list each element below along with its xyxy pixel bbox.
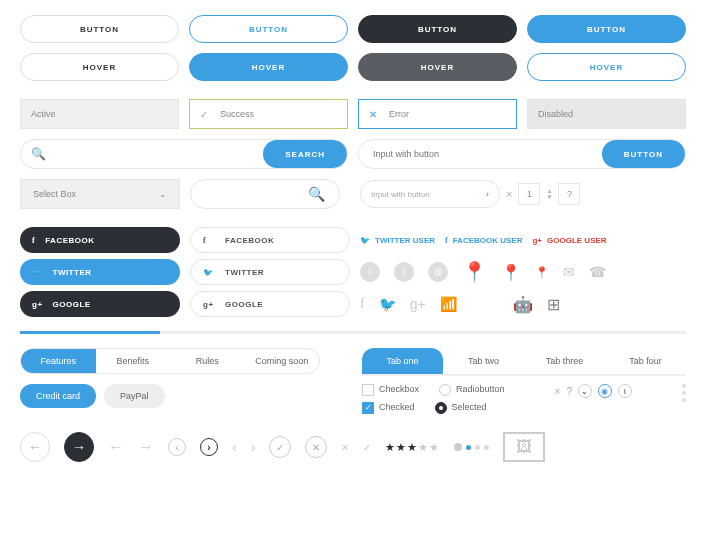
pin-small-icon[interactable]: 📍 xyxy=(535,266,549,279)
button-hover-blue[interactable]: HOVER xyxy=(189,53,348,81)
windows-icon[interactable]: ⊞ xyxy=(547,295,560,314)
google-button-outline[interactable]: g+GOOGLE xyxy=(190,291,350,317)
help-icon[interactable]: ? xyxy=(566,386,572,397)
mail-circle-icon[interactable]: @ xyxy=(428,262,448,282)
button-default[interactable]: BUTTON xyxy=(20,15,179,43)
twitter-button-blue[interactable]: 🐦TWITTER xyxy=(20,259,180,285)
arrow-left-icon[interactable]: ← xyxy=(108,438,124,456)
close-icon[interactable]: × xyxy=(506,188,512,200)
rss-icon[interactable]: 📶 xyxy=(440,296,457,312)
prev-button[interactable]: ← xyxy=(20,432,50,462)
facebook-user-link[interactable]: fFACEBOOK USER xyxy=(445,236,522,245)
chip-paypal[interactable]: PayPal xyxy=(104,384,165,408)
x-circle-icon[interactable]: ✕ xyxy=(305,436,327,458)
image-placeholder-icon: 🖼 xyxy=(503,432,545,462)
tab-rules[interactable]: Rules xyxy=(170,349,245,373)
info-icon[interactable]: i xyxy=(618,384,632,398)
x-icon: ✕ xyxy=(369,109,381,120)
input-disabled: Disabled xyxy=(527,99,686,129)
stepper-down-icon[interactable]: ▼ xyxy=(546,194,552,200)
input-button[interactable]: BUTTON xyxy=(602,140,685,168)
radio-unselected[interactable]: Radiobutton xyxy=(439,384,505,396)
help-box[interactable]: ? xyxy=(558,183,580,205)
check-small-icon[interactable]: ✓ xyxy=(363,442,371,453)
main-tabs: Tab one Tab two Tab three Tab four xyxy=(362,348,686,376)
chevron-down-icon: ⌄ xyxy=(159,189,167,199)
android-icon[interactable]: 🤖 xyxy=(513,295,533,314)
tab-four[interactable]: Tab four xyxy=(605,348,686,374)
phone-icon[interactable]: ☎ xyxy=(589,264,606,280)
search-group: 🔍 SEARCH xyxy=(20,139,348,169)
x-small-icon[interactable]: ✕ xyxy=(341,442,349,453)
next-button[interactable]: → xyxy=(64,432,94,462)
facebook-icon: f xyxy=(32,236,35,245)
twitter-button-outline[interactable]: 🐦TWITTER xyxy=(190,259,350,285)
qty-box[interactable]: 1 xyxy=(518,183,540,205)
pin-blue-icon[interactable]: 📍 xyxy=(501,263,521,282)
tab-three[interactable]: Tab three xyxy=(524,348,605,374)
pagination-dots[interactable] xyxy=(454,443,489,451)
star-rating[interactable]: ★★★★★ xyxy=(385,441,440,454)
tab-features[interactable]: Features xyxy=(21,349,96,373)
input-button-group: BUTTON xyxy=(358,139,686,169)
tab-benefits[interactable]: Benefits xyxy=(96,349,171,373)
tab-two[interactable]: Tab two xyxy=(443,348,524,374)
facebook-button-outline[interactable]: fFACEBOOK xyxy=(190,227,350,253)
button-dark[interactable]: BUTTON xyxy=(358,15,517,43)
google-plus-icon: g+ xyxy=(532,236,542,245)
checkbox-unchecked[interactable]: Checkbox xyxy=(362,384,419,396)
facebook-button-dark[interactable]: fFACEBOOK xyxy=(20,227,180,253)
chevron-down-ring-icon[interactable]: ⌄ xyxy=(578,384,592,398)
chip-credit-card[interactable]: Credit card xyxy=(20,384,96,408)
chevron-right-circle[interactable]: › xyxy=(200,438,218,456)
check-icon: ✓ xyxy=(200,109,212,120)
twitter-icon: 🐦 xyxy=(32,268,43,277)
search-icon: 🔍 xyxy=(21,147,56,161)
more-icon[interactable] xyxy=(682,384,686,402)
tab-coming-soon[interactable]: Coming soon xyxy=(245,349,320,373)
google-plus-icon[interactable]: g+ xyxy=(410,296,426,312)
facebook-icon[interactable]: f xyxy=(360,296,365,312)
search-icon: 🔍 xyxy=(308,186,325,202)
twitter-icon: 🐦 xyxy=(360,236,370,245)
chevron-right-icon: › xyxy=(486,190,489,199)
google-button-dark[interactable]: g+GOOGLE xyxy=(20,291,180,317)
google-plus-icon: g+ xyxy=(203,300,215,309)
arrow-right-icon[interactable]: → xyxy=(138,438,154,456)
select-box[interactable]: Select Box⌄ xyxy=(20,179,180,209)
twitter-icon: 🐦 xyxy=(203,268,215,277)
twitter-circle-icon[interactable]: t xyxy=(394,262,414,282)
checkbox-checked[interactable]: ✓Checked xyxy=(362,402,415,414)
chevron-left-icon[interactable]: ‹ xyxy=(232,439,237,455)
google-plus-icon: g+ xyxy=(32,300,43,309)
button-blue[interactable]: BUTTON xyxy=(527,15,686,43)
input-with-button[interactable] xyxy=(359,149,602,159)
mini-input[interactable]: Input with button› xyxy=(360,180,500,208)
radio-selected[interactable]: Selected xyxy=(435,402,487,414)
button-hover-outline[interactable]: HOVER xyxy=(527,53,686,81)
button-hover-gray[interactable]: HOVER xyxy=(358,53,517,81)
chevron-left-circle[interactable]: ‹ xyxy=(168,438,186,456)
search-button[interactable]: SEARCH xyxy=(263,140,347,168)
facebook-circle-icon[interactable]: f xyxy=(360,262,380,282)
input-error[interactable]: ✕Error xyxy=(358,99,517,129)
twitter-icon[interactable]: 🐦 xyxy=(379,296,396,312)
button-outline-blue[interactable]: BUTTON xyxy=(189,15,348,43)
button-hover-default[interactable]: HOVER xyxy=(20,53,179,81)
progress-bar xyxy=(20,331,686,334)
close-icon[interactable]: × xyxy=(555,386,561,397)
tab-one[interactable]: Tab one xyxy=(362,348,443,374)
facebook-icon: f xyxy=(203,236,215,245)
mail-icon[interactable]: ✉ xyxy=(563,264,575,280)
target-icon[interactable]: ◉ xyxy=(598,384,612,398)
input-success[interactable]: ✓Success xyxy=(189,99,348,129)
check-circle-icon[interactable]: ✓ xyxy=(269,436,291,458)
search-input[interactable] xyxy=(56,149,263,159)
google-user-link[interactable]: g+GOOGLE USER xyxy=(532,236,606,245)
input-active[interactable]: Active xyxy=(20,99,179,129)
chevron-right-icon[interactable]: › xyxy=(251,439,256,455)
round-search[interactable]: 🔍 xyxy=(190,179,340,209)
twitter-user-link[interactable]: 🐦TWITTER USER xyxy=(360,236,435,245)
pill-tabs: Features Benefits Rules Coming soon xyxy=(20,348,320,374)
pin-icon[interactable]: 📍 xyxy=(462,260,487,284)
